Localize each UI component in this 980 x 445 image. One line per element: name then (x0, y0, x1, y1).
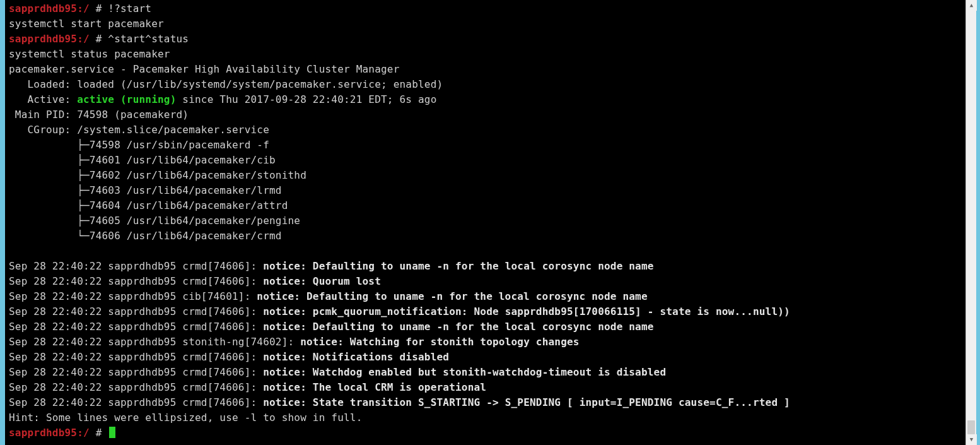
log-line: Sep 28 22:40:22 sapprdhdb95 crmd[74606]:… (9, 380, 972, 395)
prompt-host: sapprdhdb95:/ (9, 33, 96, 45)
prompt-hash: # (96, 427, 108, 439)
log-line: Sep 28 22:40:22 sapprdhdb95 cib[74601]: … (9, 289, 972, 304)
log-line: Sep 28 22:40:22 sapprdhdb95 stonith-ng[7… (9, 335, 972, 350)
log-line: Sep 28 22:40:22 sapprdhdb95 crmd[74606]:… (9, 319, 972, 335)
command-line: sapprdhdb95:/ # ^start^status (9, 32, 972, 47)
scrollbar-thumb[interactable] (967, 420, 975, 434)
prompt-hash: # (96, 33, 108, 45)
scrollbar[interactable]: ▲ ▼ (965, 0, 976, 445)
cursor (109, 427, 115, 438)
terminal-window: sapprdhdb95:/ # !?startsystemctl start p… (5, 0, 976, 445)
scrollbar-track[interactable] (966, 11, 976, 434)
hint-line: Hint: Some lines were ellipsized, use -l… (9, 410, 972, 425)
cgroup-line: ├─74601 /usr/lib64/pacemaker/cib (9, 153, 972, 168)
terminal-output[interactable]: sapprdhdb95:/ # !?startsystemctl start p… (5, 1, 976, 441)
current-prompt[interactable]: sapprdhdb95:/ # (9, 425, 972, 441)
blank-line (9, 244, 972, 259)
cgroup-line: ├─74598 /usr/sbin/pacemakerd -f (9, 138, 972, 153)
cgroup-line: ├─74602 /usr/lib64/pacemaker/stonithd (9, 168, 972, 183)
prompt-hash: # (96, 3, 108, 15)
output-line: systemctl start pacemaker (9, 16, 972, 32)
cgroup-line: ├─74605 /usr/lib64/pacemaker/pengine (9, 213, 972, 228)
log-line: Sep 28 22:40:22 sapprdhdb95 crmd[74606]:… (9, 274, 972, 289)
command-input-text: !?start (108, 3, 151, 15)
command-input-text: ^start^status (108, 33, 189, 45)
log-line: Sep 28 22:40:22 sapprdhdb95 crmd[74606]:… (9, 365, 972, 380)
output-line: systemctl status pacemaker (9, 47, 972, 62)
service-loaded: Loaded: loaded (/usr/lib/systemd/system/… (9, 77, 972, 92)
scroll-up-button[interactable]: ▲ (966, 0, 977, 11)
service-main-pid: Main PID: 74598 (pacemakerd) (9, 107, 972, 122)
command-line: sapprdhdb95:/ # !?start (9, 1, 972, 16)
scroll-down-button[interactable]: ▼ (966, 434, 977, 445)
service-cgroup-head: CGroup: /system.slice/pacemaker.service (9, 122, 972, 138)
service-header: pacemaker.service - Pacemaker High Avail… (9, 62, 972, 77)
log-line: Sep 28 22:40:22 sapprdhdb95 crmd[74606]:… (9, 395, 972, 410)
cgroup-line: ├─74603 /usr/lib64/pacemaker/lrmd (9, 183, 972, 198)
cgroup-line: ├─74604 /usr/lib64/pacemaker/attrd (9, 198, 972, 213)
prompt-host: sapprdhdb95:/ (9, 427, 96, 439)
log-line: Sep 28 22:40:22 sapprdhdb95 crmd[74606]:… (9, 259, 972, 274)
service-active-state: active (running) (77, 93, 176, 105)
prompt-host: sapprdhdb95:/ (9, 3, 96, 15)
cgroup-line: └─74606 /usr/lib64/pacemaker/crmd (9, 228, 972, 244)
log-line: Sep 28 22:40:22 sapprdhdb95 crmd[74606]:… (9, 304, 972, 319)
log-line: Sep 28 22:40:22 sapprdhdb95 crmd[74606]:… (9, 350, 972, 365)
service-active: Active: active (running) since Thu 2017-… (9, 92, 972, 107)
